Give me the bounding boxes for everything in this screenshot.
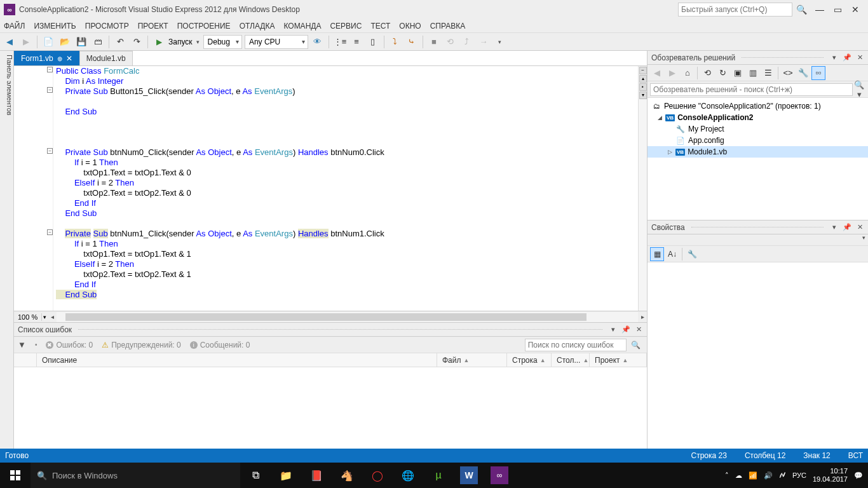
config-combo[interactable]: Debug [203,35,242,49]
menu-build[interactable]: ПОСТРОЕНИЕ [177,22,231,30]
tree-appconfig[interactable]: 📄 App.config [648,135,868,146]
chevron-down-icon[interactable]: ▾ [42,314,48,320]
refresh-button[interactable]: ↻ [715,66,729,80]
undo-button[interactable]: ↶ [113,35,127,49]
split-button[interactable]: − [639,67,647,74]
nav-up-button[interactable]: ▴ [639,75,647,83]
zoom-level[interactable]: 100 % [14,313,42,321]
start-button[interactable] [0,463,31,488]
save-all-button[interactable]: 🗃 [91,35,105,49]
menu-help[interactable]: СПРАВКА [430,22,466,30]
col-line[interactable]: Строка▲ [507,353,552,367]
close-icon[interactable]: ✕ [855,53,864,62]
nav-marker[interactable]: ▪ [639,83,647,91]
search-icon[interactable]: 🔍 [628,341,643,349]
tab-module1[interactable]: Module1.vb [79,51,133,65]
pin-icon[interactable]: 📌 [621,325,630,334]
toolbar-overflow[interactable]: ▾ [493,35,507,49]
back-button[interactable]: ◀ [650,66,664,80]
bookmark-button[interactable]: ▯ [366,35,380,49]
new-project-button[interactable]: 📄 [41,35,55,49]
search-icon[interactable]: 🔍 [796,4,807,15]
save-button[interactable]: 💾 [74,35,88,49]
stop-button[interactable]: ■ [427,35,441,49]
fold-toggle[interactable]: − [47,87,53,93]
menu-debug[interactable]: ОТЛАДКА [240,22,275,30]
nav-back-button[interactable]: ◀ [3,35,17,49]
col-project[interactable]: Проект▲ [590,353,647,367]
network-icon[interactable]: 📶 [749,471,757,480]
close-icon[interactable]: ✕ [66,54,72,63]
errors-filter[interactable]: ✖Ошибок: 0 [46,341,93,349]
menu-file[interactable]: ФАЙЛ [4,22,25,30]
tray-up-icon[interactable]: ˄ [725,471,729,480]
collapse-button[interactable]: ▣ [731,66,745,80]
properties-button[interactable]: ☰ [761,66,775,80]
menu-tools[interactable]: СЕРВИС [330,22,362,30]
close-icon[interactable]: ✕ [855,223,864,231]
comment-button[interactable]: ⋮≡ [333,35,347,49]
taskbar-search[interactable]: 🔍 Поиск в Windows [31,463,240,488]
close-button[interactable]: ✕ [846,4,864,15]
pin-icon[interactable]: ⊕ [57,55,62,62]
run-to-button[interactable]: → [477,35,491,49]
solution-search-input[interactable] [650,83,853,96]
start-label[interactable]: Запуск [168,37,193,46]
alphabetical-button[interactable]: A↓ [665,247,679,261]
word-icon[interactable]: W [460,466,478,484]
col-col[interactable]: Стол...▲ [552,353,590,367]
open-button[interactable]: 📂 [58,35,72,49]
notifications-icon[interactable]: 💬 [854,471,863,480]
maximize-button[interactable]: ▭ [829,4,846,15]
warnings-filter[interactable]: ⚠Предупреждений: 0 [102,341,181,349]
view-code-button[interactable]: <> [781,66,795,80]
opera-icon[interactable]: ◯ [362,463,393,488]
sync-button[interactable]: ⟲ [700,66,714,80]
search-icon[interactable]: 🔍▾ [853,80,865,99]
utorrent-icon[interactable]: µ [423,463,454,488]
menu-edit[interactable]: ИЗМЕНИТЬ [34,22,76,30]
fold-toggle[interactable]: − [47,148,53,154]
task-view-icon[interactable]: ⧉ [240,463,271,488]
nav-strip[interactable]: − ▴ ▪ ▾ [638,66,647,311]
tree-project[interactable]: ◢ VB ConsoleApplication2 [648,112,868,123]
tab-form1[interactable]: Form1.vb ⊕ ✕ [14,51,79,65]
tree-myproject[interactable]: 🔧 My Project [648,123,868,135]
menu-test[interactable]: ТЕСТ [370,22,390,30]
toolbox-panel-tab[interactable]: Панель элементов [0,51,14,449]
browser-button[interactable]: 👁 [311,35,325,49]
menu-team[interactable]: КОМАНДА [283,22,321,30]
home-button[interactable]: ⌂ [681,66,695,80]
restart-button[interactable]: ⟲ [444,35,458,49]
minimize-button[interactable]: — [811,4,829,15]
menu-project[interactable]: ПРОЕКТ [138,22,168,30]
dropdown-icon[interactable]: ▾ [830,53,839,62]
tree-solution[interactable]: 🗂 Решение "ConsoleApplication2" (проекто… [648,100,868,112]
messages-filter[interactable]: iСообщений: 0 [190,341,250,349]
quick-launch-input[interactable] [678,3,792,17]
step-out-button[interactable]: ⤴ [460,35,474,49]
menu-window[interactable]: ОКНО [399,22,421,30]
explorer-icon[interactable]: 📁 [271,463,301,488]
chevron-down-icon[interactable]: ▾ [196,39,200,45]
scroll-left[interactable]: ◂ [48,313,57,320]
error-search-input[interactable] [525,339,627,351]
properties-button[interactable]: 🔧 [685,247,699,261]
dropdown-icon[interactable]: ▾ [609,325,618,334]
close-icon[interactable]: ✕ [634,325,643,334]
volume-icon[interactable]: 🔊 [764,471,773,480]
col-icon[interactable] [14,353,37,367]
nav-down-button[interactable]: ▾ [639,92,647,99]
col-file[interactable]: Файл▲ [437,353,507,367]
col-description[interactable]: Описание [37,353,437,367]
pin-icon[interactable]: 📌 [843,223,851,231]
app-icon[interactable]: 🐴 [332,463,362,488]
categorized-button[interactable]: ▦ [650,247,664,261]
app-icon[interactable]: 📕 [301,463,332,488]
fwd-button[interactable]: ▶ [665,66,679,80]
view-designer-button[interactable]: 🔧 [796,66,810,80]
properties-combo[interactable]: ▾ [648,234,868,246]
scroll-right[interactable]: ▸ [638,313,647,320]
fold-toggle[interactable]: − [47,67,53,72]
uncomment-button[interactable]: ≡ [349,35,363,49]
